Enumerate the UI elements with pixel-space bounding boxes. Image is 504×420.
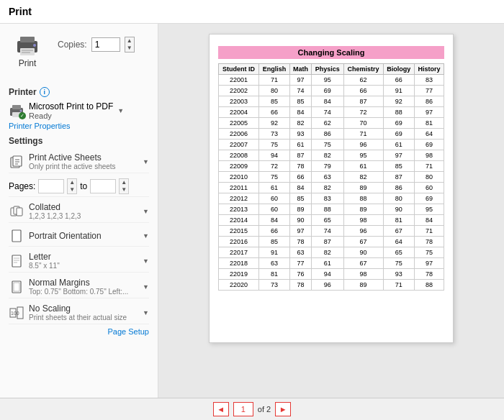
cell-11-0: 22012 — [219, 193, 259, 204]
printer-dropdown-arrow[interactable]: ▼ — [117, 107, 124, 114]
printer-status: Ready — [29, 111, 113, 120]
pages-down-icon[interactable]: ▼ — [68, 186, 76, 193]
spinner-down-icon[interactable]: ▼ — [125, 45, 134, 52]
cell-12-2: 89 — [289, 204, 311, 215]
svg-rect-12 — [12, 230, 21, 242]
cell-5-4: 71 — [343, 129, 383, 140]
cell-14-3: 74 — [312, 226, 343, 237]
cell-3-6: 97 — [414, 107, 444, 118]
cell-2-2: 85 — [289, 96, 311, 107]
cell-13-2: 90 — [289, 215, 311, 226]
cell-0-5: 66 — [383, 75, 414, 86]
copies-row: Copies: ▲ ▼ — [58, 37, 135, 52]
setting-arrow-1[interactable]: ▼ — [143, 208, 149, 215]
next-page-button[interactable]: ► — [275, 402, 291, 416]
cell-8-0: 22009 — [219, 161, 259, 172]
cell-11-4: 88 — [343, 193, 383, 204]
cell-16-1: 91 — [259, 247, 290, 258]
cell-7-2: 87 — [289, 150, 311, 161]
cell-16-2: 63 — [289, 247, 311, 258]
printer-info: Microsoft Print to PDF Ready — [29, 101, 113, 120]
cell-0-3: 95 — [312, 75, 343, 86]
pages-up-icon[interactable]: ▲ — [68, 179, 76, 186]
setting-arrow-3[interactable]: ▼ — [143, 257, 149, 265]
cell-10-3: 82 — [312, 183, 343, 193]
table-row: 22014849065988184 — [219, 215, 444, 226]
table-row: 22007756175966169 — [219, 140, 444, 150]
cell-19-6: 88 — [414, 280, 444, 291]
cell-10-6: 60 — [414, 183, 444, 193]
setting-arrow-0[interactable]: ▼ — [143, 158, 149, 165]
cell-15-1: 85 — [259, 237, 290, 247]
svg-text:100: 100 — [11, 311, 19, 316]
copies-input[interactable] — [91, 37, 120, 52]
pages-row: Pages: ▲ ▼ to ▲ ▼ — [9, 176, 149, 197]
table-row: 22011618482898660 — [219, 183, 444, 193]
printer-properties-link[interactable]: Printer Properties — [9, 122, 149, 130]
setting-arrow-5[interactable]: ▼ — [143, 309, 149, 316]
cell-19-5: 71 — [383, 280, 414, 291]
settings-section: Print Active Sheets Only print the activ… — [9, 150, 149, 324]
pages-from-spinner[interactable]: ▲ ▼ — [67, 178, 77, 194]
cell-6-4: 96 — [343, 140, 383, 150]
orientation-icon — [9, 228, 24, 244]
cell-16-4: 90 — [343, 247, 383, 258]
spinner-up-icon[interactable]: ▲ — [125, 37, 134, 45]
bottom-nav: ◄ of 2 ► — [0, 398, 504, 420]
page-setup-link[interactable]: Page Setup — [9, 327, 149, 336]
cell-15-0: 22016 — [219, 237, 259, 247]
pages-label: Pages: — [9, 181, 35, 191]
cell-6-0: 22007 — [219, 140, 259, 150]
pages-to-up-icon[interactable]: ▲ — [120, 179, 128, 186]
cell-2-5: 92 — [383, 96, 414, 107]
cell-1-5: 91 — [383, 86, 414, 96]
cell-9-4: 82 — [343, 172, 383, 183]
printer-top — [20, 37, 35, 42]
cell-0-4: 62 — [343, 75, 383, 86]
cell-19-4: 89 — [343, 280, 383, 291]
page-total: of 2 — [258, 405, 271, 414]
page-preview: Changing Scaling Student ID English Math… — [209, 34, 454, 343]
col-header-6: History — [414, 64, 444, 75]
cell-3-4: 72 — [343, 107, 383, 118]
page-number-input[interactable] — [233, 402, 253, 416]
cell-5-2: 93 — [289, 129, 311, 140]
printer-row: ✓ Microsoft Print to PDF Ready ▼ — [9, 101, 149, 120]
cell-8-6: 71 — [414, 161, 444, 172]
cell-12-5: 90 — [383, 204, 414, 215]
sheets-icon — [9, 154, 24, 170]
cell-4-2: 82 — [289, 118, 311, 129]
print-button[interactable]: Print — [9, 31, 46, 71]
copies-spinner[interactable]: ▲ ▼ — [125, 37, 135, 52]
cell-17-3: 61 — [312, 258, 343, 269]
svg-rect-11 — [17, 208, 22, 216]
cell-9-0: 22010 — [219, 172, 259, 183]
info-icon[interactable]: i — [40, 87, 50, 97]
setting-paper: Letter 8.5" x 11" ▼ — [9, 250, 149, 273]
cell-14-2: 97 — [289, 226, 311, 237]
setting-arrow-2[interactable]: ▼ — [143, 232, 149, 239]
cell-13-3: 65 — [312, 215, 343, 226]
setting-sub-4: Top: 0.75" Bottom: 0.75" Left:... — [29, 288, 138, 296]
pages-to-down-icon[interactable]: ▼ — [120, 186, 128, 193]
cell-15-5: 64 — [383, 237, 414, 247]
cell-10-0: 22011 — [219, 183, 259, 193]
cell-17-6: 97 — [414, 258, 444, 269]
col-header-4: Chemistry — [343, 64, 383, 75]
setting-arrow-4[interactable]: ▼ — [143, 283, 149, 291]
cell-5-5: 69 — [383, 129, 414, 140]
cell-8-2: 78 — [289, 161, 311, 172]
table-row: 22002807469669177 — [219, 86, 444, 96]
cell-1-3: 69 — [312, 86, 343, 96]
cell-4-6: 81 — [414, 118, 444, 129]
prev-page-button[interactable]: ◄ — [213, 402, 229, 416]
margins-icon — [9, 279, 24, 295]
cell-10-4: 89 — [343, 183, 383, 193]
table-row: 22015669774966771 — [219, 226, 444, 237]
pages-to-input[interactable] — [90, 179, 116, 193]
cell-0-2: 97 — [289, 75, 311, 86]
cell-13-4: 98 — [343, 215, 383, 226]
pages-to-spinner[interactable]: ▲ ▼ — [119, 178, 129, 194]
cell-8-3: 79 — [312, 161, 343, 172]
pages-from-input[interactable] — [38, 179, 64, 193]
